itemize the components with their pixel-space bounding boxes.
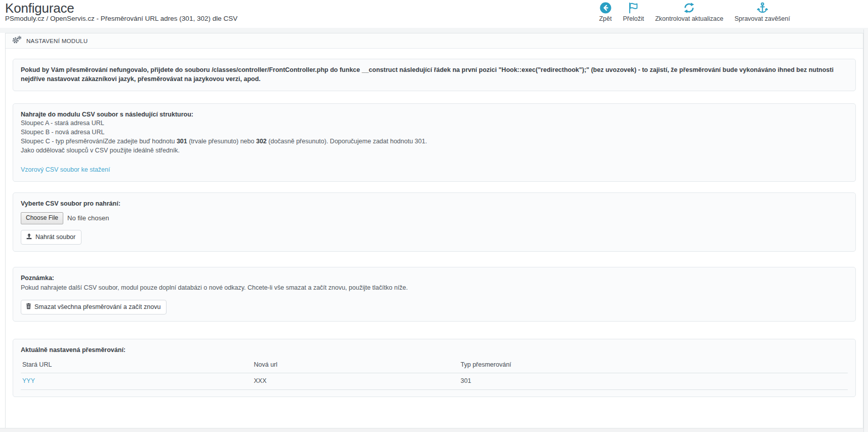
settings-panel: NASTAVENÍ MODULU Pokud by Vám přesměrová… [5, 33, 863, 432]
page-header: Konfigurace PSmoduly.cz / OpenServis.cz … [5, 2, 237, 22]
refresh-icon [683, 1, 695, 14]
horizontal-scrollbar[interactable] [0, 428, 863, 432]
cell-type: 301 [459, 373, 848, 389]
page-title: Konfigurace [5, 2, 237, 15]
upload-box: Vyberte CSV soubor pro nahrání: Choose F… [13, 192, 856, 252]
csv-column-b: Sloupec B - nová adresa URL [21, 128, 848, 137]
panel-heading: NASTAVENÍ MODULU [6, 33, 863, 49]
back-icon [599, 1, 612, 14]
header-toolbar: Zpět Přeložit Zkontrolovat aktualizace S… [599, 1, 790, 22]
column-header-type: Typ přesmerování [459, 357, 848, 373]
column-header-old-url: Stará URL [21, 357, 253, 373]
delete-all-button-label: Smazat všechna přesměrování a začít znov… [34, 303, 160, 310]
breadcrumb: PSmoduly.cz / OpenServis.cz - Přesměrová… [5, 15, 237, 22]
upload-button-label: Nahrát soubor [35, 233, 75, 241]
module-configuration-page: Konfigurace PSmoduly.cz / OpenServis.cz … [0, 0, 868, 432]
csv-column-c-text: Sloupec C - typ přesměrováníZde zadejte … [21, 138, 177, 145]
translate-button[interactable]: Přeložit [623, 1, 644, 22]
csv-separator-hint: Jako oddělovač sloupců v CSV použijte id… [21, 146, 848, 155]
file-status-text: No file chosen [67, 214, 109, 223]
redirects-table: Stará URL Nová url Typ přesmerování YYY … [21, 357, 848, 390]
redirects-box: Aktuálně nastavená přesměrování: Stará U… [13, 339, 856, 397]
check-updates-button[interactable]: Zkontrolovat aktualizace [655, 1, 723, 22]
redirects-title: Aktuálně nastavená přesměrování: [21, 346, 848, 355]
translate-label: Přeložit [623, 15, 644, 22]
note-title: Poznámka: [21, 274, 848, 283]
flag-icon [627, 1, 640, 14]
table-row: YYY XXX 301 [21, 373, 848, 389]
redirect-code-301: 301 [177, 138, 187, 145]
csv-column-c: Sloupec C - typ přesměrováníZde zadejte … [21, 137, 848, 146]
upload-button[interactable]: Nahrát soubor [21, 230, 81, 245]
back-button[interactable]: Zpět [599, 1, 612, 22]
old-url-link[interactable]: YYY [22, 377, 35, 384]
sample-csv-link[interactable]: Vzorový CSV soubor ke stažení [21, 166, 110, 175]
notice-text: Pokud by Vám přesměrování nefungovalo, p… [21, 66, 848, 84]
vertical-scrollbar[interactable] [863, 29, 868, 432]
file-input[interactable]: Choose File No file chosen [21, 212, 848, 224]
page-background-gap [0, 28, 868, 33]
upload-label: Vyberte CSV soubor pro nahrání: [21, 200, 848, 209]
choose-file-button[interactable]: Choose File [21, 212, 63, 224]
csv-column-a: Sloupec A - stará adresa URL [21, 119, 848, 128]
note-box: Poznámka: Pokud nahrajete další CSV soub… [13, 267, 856, 322]
cell-new-url: XXX [253, 373, 460, 389]
manage-hooks-button[interactable]: Spravovat zavěšení [734, 1, 790, 22]
csv-structure-box: Nahrajte do modulu CSV soubor s následuj… [13, 103, 856, 182]
column-header-new-url: Nová url [253, 357, 460, 373]
upload-icon [26, 233, 32, 241]
csv-column-c-text: (trvale přesunuto) nebo [187, 138, 256, 145]
panel-body: Pokud by Vám přesměrování nefungovalo, p… [6, 49, 863, 432]
table-header-row: Stará URL Nová url Typ přesmerování [21, 357, 848, 373]
csv-structure-intro: Nahrajte do modulu CSV soubor s následuj… [21, 110, 848, 120]
check-updates-label: Zkontrolovat aktualizace [655, 15, 723, 22]
manage-hooks-label: Spravovat zavěšení [734, 15, 790, 22]
panel-heading-label: NASTAVENÍ MODULU [26, 38, 88, 44]
redirect-hook-notice: Pokud by Vám přesměrování nefungovalo, p… [13, 59, 856, 91]
gears-icon [12, 35, 22, 46]
trash-icon [26, 303, 31, 311]
redirect-code-302: 302 [256, 138, 267, 145]
csv-column-c-text: (dočasně přesunuto). Doporučujeme zadat … [267, 138, 427, 145]
delete-all-button[interactable]: Smazat všechna přesměrování a začít znov… [21, 300, 167, 315]
back-label: Zpět [599, 15, 612, 22]
note-text: Pokud nahrajete další CSV soubor, modul … [21, 284, 848, 293]
anchor-icon [756, 1, 769, 14]
cell-old-url: YYY [21, 373, 253, 389]
